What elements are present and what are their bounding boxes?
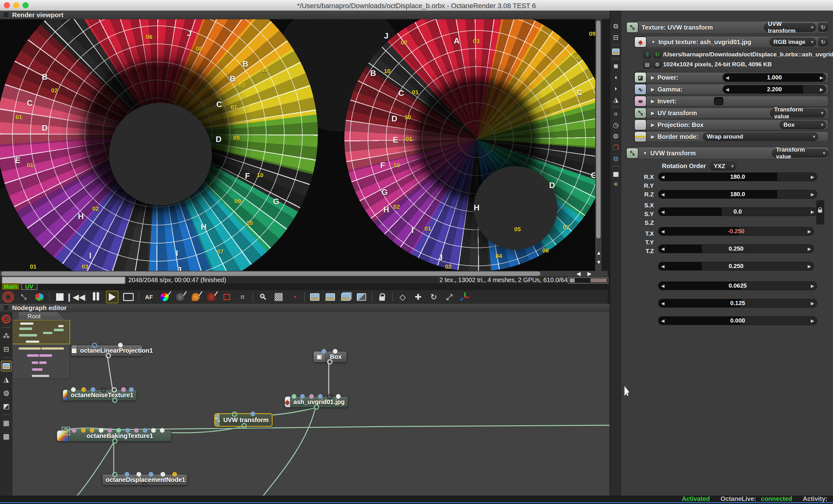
stacked-windows-button[interactable]: ⧉ <box>612 22 620 30</box>
uv-transform-dropdown[interactable]: Transform value <box>770 109 826 117</box>
geometry-panel-button[interactable]: ◮ <box>612 95 620 104</box>
render-viewport[interactable]: J0608B10B02B02C01C01DD09F10G09H10H02I07I… <box>0 19 601 271</box>
input-port[interactable] <box>327 394 333 399</box>
output-port[interactable] <box>142 482 147 487</box>
input-port[interactable] <box>112 387 117 393</box>
input-port[interactable] <box>137 472 141 477</box>
input-port[interactable] <box>160 428 165 433</box>
input-port[interactable] <box>118 343 123 347</box>
input-port[interactable] <box>151 428 156 433</box>
stop-render-button[interactable] <box>54 292 66 303</box>
imager-panel-button[interactable]: ▅ <box>612 169 620 177</box>
input-port[interactable] <box>108 428 112 433</box>
scale-tool-button[interactable]: ⤢ <box>444 292 455 303</box>
node-octaneNoiseTexture1[interactable]: octaneNoiseTexture1 <box>63 389 137 401</box>
expand-icon[interactable]: ▶ <box>651 110 654 116</box>
expand-icon[interactable]: ▶ <box>651 122 654 127</box>
render-region-button[interactable] <box>221 292 233 303</box>
axis-gizmo-button[interactable] <box>459 292 471 303</box>
projection-dropdown[interactable]: Box <box>779 121 826 129</box>
input-port[interactable] <box>322 349 326 354</box>
gamma-slider[interactable]: 2.200 <box>723 85 826 94</box>
play-render-button[interactable] <box>106 291 118 303</box>
wrench-icon[interactable]: ⚙ <box>653 60 661 69</box>
animation-settings-button[interactable]: ◷ <box>612 121 620 129</box>
invert-checkbox[interactable] <box>714 97 723 105</box>
rx-slider[interactable]: 180.0 <box>658 173 817 181</box>
input-port[interactable] <box>318 394 323 399</box>
snap-grid-button[interactable]: ▦ <box>1 418 11 428</box>
save-all-passes-button[interactable] <box>340 292 352 303</box>
input-port[interactable] <box>101 387 106 393</box>
rgb-preview-button[interactable] <box>34 292 45 303</box>
film-region-button[interactable]: ⌗ <box>237 292 248 303</box>
render-target-button[interactable]: ◗ <box>612 84 620 93</box>
zoom-tool-button[interactable]: 🔍︎ <box>257 292 269 303</box>
output-port[interactable] <box>112 438 118 444</box>
arrange-grid-button[interactable]: ▩ <box>1 431 11 442</box>
sx-slider[interactable]: -0.250 <box>658 227 814 236</box>
object-picker-button[interactable] <box>206 292 217 303</box>
ry-slider[interactable]: 180.0 <box>658 190 817 199</box>
unlink-target-button[interactable] <box>1 314 11 324</box>
expand-nodes-button[interactable]: ⁂ <box>1 331 11 341</box>
preview-geometry-button[interactable]: ◮ <box>1 374 11 385</box>
node-type-dropdown[interactable]: UVW transform <box>764 23 816 32</box>
scroll-down-icon[interactable]: ▼ <box>596 260 601 265</box>
viewport-vscrollbar[interactable]: ▲ ▼ <box>595 19 601 271</box>
border-mode-dropdown[interactable]: Wrap around <box>703 133 818 141</box>
nodegraph-editor[interactable]: Root ▦ octaneLinearProjection1 octaneNo <box>0 312 610 496</box>
input-port[interactable] <box>161 472 165 477</box>
node-uvw-transform-selected[interactable]: ⤡ UVW transform <box>214 413 273 427</box>
expand-icon[interactable]: ▶ <box>651 87 654 92</box>
pick-focus-button[interactable] <box>2 292 14 303</box>
viewport-hscrollbar[interactable]: ◀ ▶ <box>0 271 608 276</box>
sy-slider[interactable]: 0.250 <box>658 244 814 253</box>
output-port[interactable] <box>241 423 247 428</box>
render-passes-button[interactable]: ⧉ <box>612 154 620 163</box>
input-port[interactable] <box>129 387 134 392</box>
render-layers-button[interactable]: ❒ <box>612 143 620 152</box>
input-port[interactable] <box>125 472 129 477</box>
film-settings-button[interactable]: ⌗ <box>612 109 620 118</box>
output-port[interactable] <box>314 404 319 410</box>
input-port[interactable] <box>112 472 118 477</box>
input-port[interactable] <box>121 387 126 392</box>
rotation-order-dropdown[interactable]: YXZ <box>710 162 736 170</box>
film-icon[interactable]: ▤ <box>643 60 651 69</box>
output-port[interactable] <box>105 353 111 358</box>
scroll-right-icon[interactable]: ▶ <box>588 271 592 276</box>
input-port[interactable] <box>63 428 69 433</box>
tab-uv[interactable]: UV <box>21 283 38 290</box>
copy-image-button[interactable] <box>309 292 320 303</box>
alpha-background-button[interactable] <box>273 292 284 303</box>
rz-slider[interactable]: 0.0 <box>658 207 817 216</box>
move-tool-button[interactable]: ✚ <box>412 292 424 303</box>
input-port[interactable] <box>309 394 314 399</box>
collapse-icon[interactable]: ▼ <box>651 40 656 45</box>
output-port[interactable] <box>112 398 118 403</box>
node-octaneLinearProjection1[interactable]: ▦ octaneLinearProjection1 <box>71 345 143 356</box>
preview-image-button[interactable] <box>1 361 11 371</box>
pause-render-button[interactable] <box>90 292 102 303</box>
ty-slider[interactable]: 0.125 <box>658 299 817 307</box>
tab-main[interactable]: Main <box>2 283 19 290</box>
input-port[interactable] <box>91 387 95 392</box>
realtime-render-button[interactable] <box>123 292 134 303</box>
input-port[interactable] <box>232 411 237 417</box>
scale-lock-button[interactable] <box>816 200 825 225</box>
expand-icon[interactable]: ▶ <box>651 75 654 80</box>
save-alpha-button[interactable] <box>356 292 367 303</box>
save-image-button[interactable] <box>325 292 336 303</box>
sync-icon[interactable]: ↻ <box>818 23 828 32</box>
camera-panel-button[interactable]: ◙ <box>612 61 620 70</box>
node-box[interactable]: ▣ Box <box>313 351 347 362</box>
input-port[interactable] <box>90 428 94 433</box>
input-port[interactable] <box>292 394 296 399</box>
preview-texture-button[interactable]: ◩ <box>1 401 11 411</box>
input-port[interactable] <box>72 428 76 433</box>
input-port[interactable] <box>300 394 305 399</box>
vscrollbar-thumb[interactable] <box>596 21 600 238</box>
input-port[interactable] <box>99 428 103 433</box>
rotate-tool-button[interactable]: ↻ <box>428 292 439 303</box>
